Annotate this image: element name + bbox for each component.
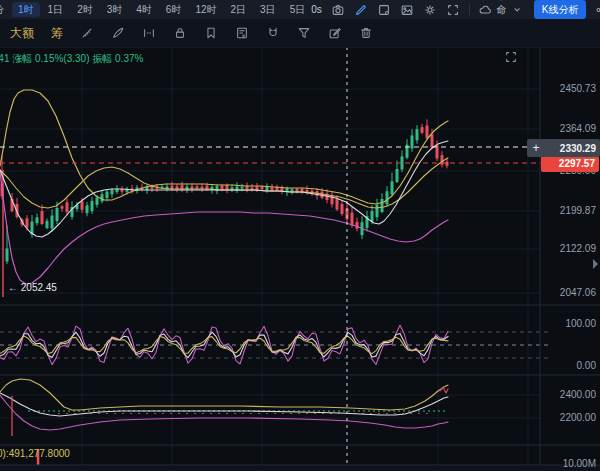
gear-icon[interactable] [423, 3, 437, 17]
big-order-button[interactable]: 大额 [10, 25, 34, 42]
crosshair-plus-icon: + [527, 139, 545, 157]
panel-collapse-handle[interactable] [593, 259, 598, 269]
axis-label: 2400.00 [541, 389, 599, 400]
axis-label: 2364.09 [541, 123, 599, 134]
axis-label: 2199.87 [541, 205, 599, 216]
expand-chart-icon[interactable] [504, 50, 518, 64]
axis-label: 100.00 [541, 318, 599, 329]
timeframe-tabs: 分1时1日2时3时4时6时12时2日3日5日 [0, 2, 311, 17]
ruler-icon[interactable] [80, 26, 94, 40]
camera-icon[interactable] [331, 3, 345, 17]
bookmark-icon[interactable] [204, 26, 218, 40]
timeframe-tab-1日[interactable]: 1日 [42, 2, 70, 17]
timeframe-tab-3时[interactable]: 3时 [101, 2, 129, 17]
axis-label: 2047.06 [541, 287, 599, 298]
timeframe-tab-12时[interactable]: 12时 [189, 2, 222, 17]
timeframe-tab-4时[interactable]: 4时 [130, 2, 158, 17]
axis-label: 10.00M [541, 458, 599, 469]
crosshair-price-value: 2330.29 [545, 143, 600, 154]
frame-icon[interactable] [377, 3, 391, 17]
chevron-down-icon [511, 3, 525, 17]
axis-label: 2122.09 [541, 243, 599, 254]
timeframe-tab-1时[interactable]: 1时 [12, 2, 40, 17]
magnet-icon[interactable] [266, 26, 280, 40]
template-icon[interactable] [235, 26, 249, 40]
measure-icon[interactable] [142, 26, 156, 40]
volume-indicator-label: 0):491,277.8000 [0, 448, 70, 459]
trash-icon[interactable] [359, 26, 373, 40]
kline-analysis-button[interactable]: K线分析 [534, 0, 587, 19]
low-price-marker: ← 2052.45 [8, 282, 57, 293]
edit-icon[interactable] [328, 26, 342, 40]
trading-app-window: 分1时1日2时3时4时6时12时2日3日5日 0s 未命名 K线分析 大额 筹 [0, 0, 600, 471]
timeframe-toolbar: 分1时1日2时3时4时6时12时2日3日5日 0s 未命名 K线分析 [0, 0, 600, 19]
drawing-toolbar: 大额 筹 [0, 19, 600, 48]
chips-button[interactable]: 筹 [51, 25, 63, 42]
price-change-info: 1.41 涨幅 0.15%(3.30) 振幅 0.37% [0, 52, 143, 66]
chart-canvas[interactable] [0, 47, 600, 471]
image-icon[interactable] [400, 3, 414, 17]
cloud-icon [478, 3, 492, 17]
timeframe-tab-3日[interactable]: 3日 [254, 2, 282, 17]
timeframe-tab-分[interactable]: 分 [0, 2, 10, 17]
timeframe-tab-2日[interactable]: 2日 [225, 2, 253, 17]
pencil-icon[interactable] [354, 3, 368, 17]
crosshair-price-tag: + 2330.29 [527, 139, 600, 157]
filter-icon[interactable] [297, 26, 311, 40]
last-price-tag: 2297.57 [541, 156, 599, 172]
timeframe-tab-5日[interactable]: 5日 [284, 2, 312, 17]
axis-label: 0.00 [541, 360, 599, 371]
timeframe-tab-2时[interactable]: 2时 [71, 2, 99, 17]
lock-icon[interactable] [173, 26, 187, 40]
share-icon[interactable] [595, 3, 600, 17]
toolbar-divider [469, 4, 470, 15]
pen-curve-icon[interactable] [111, 26, 125, 40]
fullscreen-icon[interactable] [446, 3, 460, 17]
candle-countdown: 0s [311, 4, 322, 15]
axis-label: 2450.73 [541, 83, 599, 94]
axis-label: 2200.00 [541, 412, 599, 423]
timeframe-tab-6时[interactable]: 6时 [160, 2, 188, 17]
